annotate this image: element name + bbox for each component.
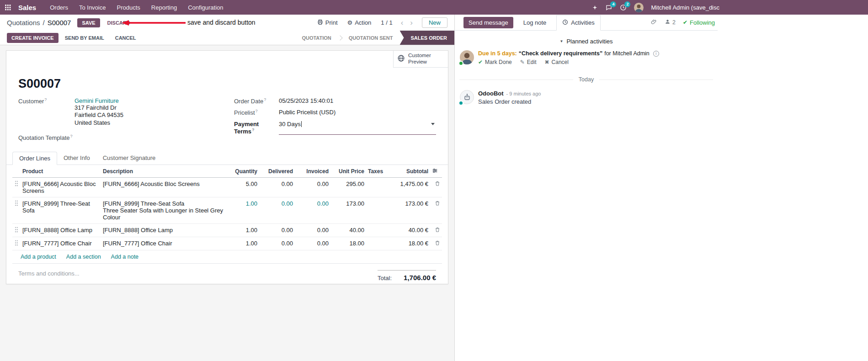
customer-preview-button[interactable]: Customer Preview xyxy=(393,51,448,68)
send-by-email-button[interactable]: SEND BY EMAIL xyxy=(60,33,109,43)
pager-previous-icon[interactable]: ‹ xyxy=(399,19,405,27)
col-header-description: Description xyxy=(101,165,232,178)
user-avatar[interactable] xyxy=(634,3,644,12)
menu-orders[interactable]: Orders xyxy=(50,4,68,11)
activities-tab-label: Activities xyxy=(571,19,594,26)
create-invoice-button[interactable]: CREATE INVOICE xyxy=(7,33,59,43)
date-separator-label: Today xyxy=(579,76,594,83)
cell-unit-price: 40.00 xyxy=(330,224,366,237)
attachment-icon[interactable] xyxy=(651,19,657,27)
globe-icon xyxy=(397,54,405,64)
send-message-button[interactable]: Send message xyxy=(463,17,513,28)
drag-handle-icon[interactable] xyxy=(15,240,18,247)
drag-handle-icon[interactable] xyxy=(15,180,18,188)
new-button[interactable]: New xyxy=(422,17,447,28)
notebook-tabs: Order Lines Other Info Customer Signatur… xyxy=(6,152,448,165)
cell-delivered: 0.00 xyxy=(259,178,295,197)
tab-other-info[interactable]: Other Info xyxy=(57,152,96,165)
delete-line-icon[interactable] xyxy=(435,180,440,188)
cell-invoiced: 0.00 xyxy=(295,178,330,197)
systray-star-icon[interactable] xyxy=(592,5,598,11)
tab-customer-signature[interactable]: Customer Signature xyxy=(96,152,162,165)
state-quotation-sent[interactable]: QUOTATION SENT xyxy=(342,31,400,45)
activity-type-badge xyxy=(458,61,463,66)
activities-tab[interactable]: Activities xyxy=(556,15,600,31)
order-line-row[interactable]: [FURN_7777] Office Chair [FURN_7777] Off… xyxy=(12,237,442,250)
cell-description: [FURN_6666] Acoustic Bloc Screens xyxy=(101,178,232,197)
delete-line-icon[interactable] xyxy=(435,227,440,234)
payment-terms-field[interactable]: 30 Days xyxy=(279,121,436,135)
menu-to-invoice[interactable]: To Invoice xyxy=(79,4,106,11)
tab-order-lines[interactable]: Order Lines xyxy=(12,152,57,165)
clock-icon xyxy=(562,19,568,27)
followers-button[interactable]: 2 xyxy=(665,19,676,26)
cell-quantity: 5.00 xyxy=(232,178,259,197)
dropdown-caret-icon[interactable] xyxy=(431,123,435,125)
following-label: Following xyxy=(690,19,715,26)
payment-terms-label: Payment Terms? xyxy=(234,121,279,135)
info-icon[interactable]: i xyxy=(653,51,659,57)
mark-done-button[interactable]: ✔ Mark Done xyxy=(478,59,512,65)
pager-next-icon[interactable]: › xyxy=(409,19,414,27)
messages-icon[interactable]: 4 xyxy=(605,4,612,11)
col-header-subtotal: Subtotal xyxy=(390,165,430,178)
breadcrumb-current: S00007 xyxy=(48,19,71,27)
add-product-link[interactable]: Add a product xyxy=(21,254,56,260)
col-header-taxes: Taxes xyxy=(366,165,390,178)
print-label: Print xyxy=(325,19,338,26)
terms-and-conditions-field[interactable]: Terms and conditions... xyxy=(18,270,80,281)
help-marker: ? xyxy=(256,109,258,113)
print-button[interactable]: Print xyxy=(314,19,341,27)
app-name[interactable]: Sales xyxy=(18,4,36,11)
add-note-link[interactable]: Add a note xyxy=(111,254,138,260)
optional-columns-icon[interactable] xyxy=(432,168,438,175)
order-line-row[interactable]: [FURN_6666] Acoustic Bloc Screens [FURN_… xyxy=(12,178,442,197)
add-section-link[interactable]: Add a section xyxy=(66,254,101,260)
help-marker: ? xyxy=(264,97,266,102)
drag-handle-icon[interactable] xyxy=(15,200,18,207)
delete-line-icon[interactable] xyxy=(435,200,440,207)
menu-configuration[interactable]: Configuration xyxy=(188,4,223,11)
col-header-product: Product xyxy=(21,165,101,178)
pricelist-field[interactable]: Public Pricelist (USD) xyxy=(279,109,335,116)
apps-grid-icon[interactable] xyxy=(5,4,11,11)
activities-clock-icon[interactable]: 2 xyxy=(620,4,627,11)
message-type-badge xyxy=(458,101,463,106)
help-marker: ? xyxy=(252,127,255,132)
breadcrumb: Quotations / S00007 xyxy=(7,19,71,27)
following-button[interactable]: ✔ Following xyxy=(683,19,715,26)
cell-description: [FURN_8888] Office Lamp xyxy=(101,224,232,237)
action-button[interactable]: ⚙ Action xyxy=(345,19,374,27)
menu-products[interactable]: Products xyxy=(117,4,140,11)
cell-subtotal: 1,475.00 € xyxy=(390,178,430,197)
save-button[interactable]: SAVE xyxy=(77,18,100,27)
customer-field[interactable]: Gemini Furniture xyxy=(75,97,123,104)
control-panel: Quotations / S00007 SAVE DISCARD save an… xyxy=(0,15,454,31)
cancel-button[interactable]: CANCEL xyxy=(111,33,141,43)
followers-count: 2 xyxy=(672,19,676,26)
planned-activities-header[interactable]: ▼ Planned activities xyxy=(455,38,718,45)
main-panel: Quotations / S00007 SAVE DISCARD save an… xyxy=(0,15,455,361)
edit-activity-button[interactable]: ✎ Edit xyxy=(520,59,537,65)
menu-reporting[interactable]: Reporting xyxy=(151,4,177,11)
message-body: Sales Order created xyxy=(478,98,541,105)
cell-product: [FURN_8888] Office Lamp xyxy=(21,224,101,237)
user-name[interactable]: Mitchell Admin (save_disc xyxy=(651,4,719,11)
cell-unit-price: 295.00 xyxy=(330,178,366,197)
state-quotation[interactable]: QUOTATION xyxy=(295,31,338,45)
delete-line-icon[interactable] xyxy=(435,240,440,247)
drag-handle-icon[interactable] xyxy=(15,227,18,234)
check-icon: ✔ xyxy=(683,19,687,26)
log-note-button[interactable]: Log note xyxy=(521,19,549,27)
cancel-activity-button[interactable]: ✖ Cancel xyxy=(545,59,569,65)
order-line-row[interactable]: [FURN_8888] Office Lamp [FURN_8888] Offi… xyxy=(12,224,442,237)
statusbar: CREATE INVOICE SEND BY EMAIL CANCEL QUOT… xyxy=(0,31,454,45)
order-line-row[interactable]: [FURN_8999] Three-Seat Sofa [FURN_8999] … xyxy=(12,197,442,224)
cancel-label: Cancel xyxy=(552,59,569,65)
state-sales-order[interactable]: SALES ORDER xyxy=(400,31,454,45)
breadcrumb-quotations[interactable]: Quotations xyxy=(7,19,40,27)
order-date-field[interactable]: 05/25/2023 15:40:01 xyxy=(279,97,333,105)
message-author[interactable]: OdooBot xyxy=(478,90,504,97)
date-separator: Today xyxy=(459,76,713,83)
description-line: Three Seater Sofa with Lounger in Steel … xyxy=(103,207,230,221)
